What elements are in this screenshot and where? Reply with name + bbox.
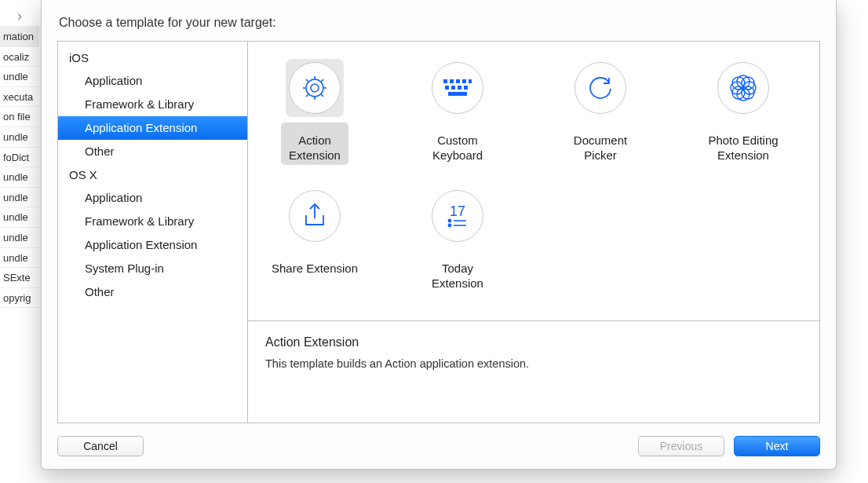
template-photo-editing-extension[interactable]: Photo Editing Extension [684, 56, 802, 170]
template-today-extension[interactable]: 17 Today Extension [399, 184, 516, 298]
list-item: undle [0, 67, 39, 87]
list-item: opyrig [0, 288, 39, 309]
template-label: Today Extension [432, 261, 483, 291]
sidebar-item-osx-other[interactable]: Other [58, 280, 247, 304]
next-button[interactable]: Next [734, 436, 820, 456]
category-sidebar: iOS Application Framework & Library Appl… [58, 42, 248, 423]
background-sidebar: › mation ocaliz undle xecuta on file und… [0, 6, 39, 308]
sidebar-item-ios-application[interactable]: Application [58, 69, 247, 93]
template-area: Action Extension Custom Keyboard [248, 42, 819, 423]
svg-point-22 [448, 224, 450, 226]
chevron-right-icon: › [0, 6, 39, 27]
template-label: Share Extension [272, 261, 358, 276]
list-item: undle [0, 127, 39, 148]
svg-rect-11 [448, 92, 467, 96]
template-detail: Action Extension This template builds an… [248, 320, 819, 423]
sidebar-group-osx: OS X [58, 163, 247, 186]
list-item: undle [0, 228, 39, 248]
svg-rect-8 [451, 86, 455, 90]
list-item: ocaliz [0, 47, 39, 68]
list-item: undle [0, 248, 39, 269]
today-number: 17 [450, 204, 465, 218]
list-item: xecuta [0, 87, 39, 108]
list-item: mation [0, 27, 39, 47]
template-label: Photo Editing Extension [708, 133, 778, 163]
list-item: undle [0, 188, 39, 208]
detail-title: Action Extension [265, 335, 802, 349]
sidebar-item-ios-framework[interactable]: Framework & Library [58, 93, 247, 116]
dialog-title: Choose a template for your new target: [59, 16, 820, 30]
svg-rect-10 [464, 86, 468, 90]
gear-icon [289, 62, 341, 114]
sidebar-item-osx-system-plugin[interactable]: System Plug-in [58, 257, 247, 280]
dialog-panel: iOS Application Framework & Library Appl… [57, 41, 820, 423]
svg-rect-5 [462, 79, 466, 83]
list-item: SExte [0, 268, 39, 288]
svg-rect-7 [445, 86, 449, 90]
svg-rect-4 [456, 79, 460, 83]
sidebar-item-osx-application[interactable]: Application [58, 186, 247, 210]
template-label: Action Extension [289, 133, 341, 163]
svg-point-19 [742, 86, 754, 99]
keyboard-icon [432, 62, 483, 114]
svg-point-20 [448, 219, 450, 221]
template-custom-keyboard[interactable]: Custom Keyboard [399, 56, 516, 170]
template-grid: Action Extension Custom Keyboard [248, 42, 819, 320]
list-item: foDict [0, 148, 39, 168]
template-action-extension[interactable]: Action Extension [256, 56, 374, 170]
svg-rect-3 [450, 79, 454, 83]
cancel-button[interactable]: Cancel [57, 436, 144, 456]
template-share-extension[interactable]: Share Extension [256, 184, 374, 298]
sidebar-item-osx-app-extension[interactable]: Application Extension [58, 233, 247, 257]
svg-point-1 [306, 79, 323, 97]
flower-icon [717, 62, 769, 114]
svg-rect-6 [469, 79, 472, 83]
list-item: on file [0, 107, 39, 127]
previous-button[interactable]: Previous [638, 436, 724, 456]
today-icon: 17 [432, 190, 483, 242]
list-item: undle [0, 207, 39, 228]
new-target-dialog: Choose a template for your new target: i… [41, 0, 837, 470]
share-icon [289, 190, 341, 242]
template-label: Custom Keyboard [432, 133, 483, 163]
template-label: Document Picker [574, 133, 627, 163]
sidebar-group-ios: iOS [58, 46, 247, 69]
svg-point-0 [311, 84, 319, 92]
dialog-footer: Cancel Previous Next [57, 436, 820, 456]
refresh-icon [574, 62, 626, 114]
detail-description: This template builds an Action applicati… [265, 357, 802, 370]
sidebar-item-ios-other[interactable]: Other [58, 140, 247, 163]
svg-rect-9 [458, 86, 461, 90]
list-item: undle [0, 167, 39, 188]
svg-rect-2 [443, 79, 447, 83]
sidebar-item-ios-app-extension[interactable]: Application Extension [58, 116, 247, 140]
sidebar-item-osx-framework[interactable]: Framework & Library [58, 210, 247, 233]
template-document-picker[interactable]: Document Picker [542, 56, 659, 170]
